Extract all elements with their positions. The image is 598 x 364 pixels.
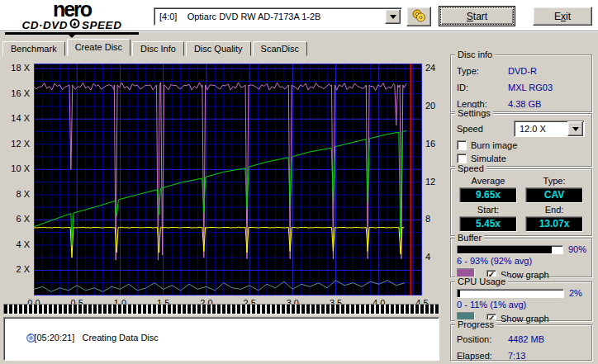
cpu-usage-group: CPU Usage 2% 0 - 11% (1% avg) ✓ Show gra…	[450, 281, 592, 321]
write-progress-bar	[3, 304, 439, 314]
disc-id-row: ID: MXL RG03	[457, 79, 591, 96]
discs-icon	[411, 9, 427, 24]
tab-create-disc[interactable]: Create Disc	[67, 39, 131, 56]
chart-canvas	[34, 64, 422, 295]
speed-select-value: 12.0 X	[515, 124, 567, 134]
speed-select[interactable]: 12.0 X	[514, 121, 585, 137]
y-axis-right-label: 20	[425, 101, 445, 111]
log-time: [05:20:21]	[34, 333, 74, 343]
y-axis-right-label: 4	[425, 252, 445, 262]
cpu-usage-fill	[458, 290, 460, 297]
y-axis-right-label: 12	[425, 177, 445, 187]
cpu-range: 0 - 11% (1% avg)	[451, 298, 591, 310]
logo-notch	[69, 35, 75, 38]
end-speed-label: End:	[525, 205, 583, 215]
position-row: Position: 4482 MB	[457, 331, 591, 347]
y-axis-left-label: 12 X	[0, 139, 30, 149]
average-label: Average	[459, 176, 517, 186]
write-progress-fill	[4, 305, 439, 314]
type-label: Type:	[525, 176, 583, 186]
elapsed-label: Elapsed:	[457, 347, 508, 364]
buffer-range: 6 - 93% (92% avg)	[451, 254, 591, 266]
speed-type-display: CAV	[525, 187, 583, 203]
average-speed-display: 9.65x	[459, 187, 517, 203]
chevron-down-icon	[572, 127, 579, 131]
nero-wordmark: nero	[5, 1, 139, 18]
cd-dvd-speed-wordmark: CD·DVD SPEED	[5, 18, 139, 35]
exit-button[interactable]: Exit	[533, 7, 592, 26]
progress-title: Progress	[455, 319, 496, 329]
log-line: [05:20:21] Creating Data Disc	[7, 319, 435, 357]
buffer-group: Buffer 90% 6 - 93% (92% avg) ✓ Show grap…	[450, 238, 592, 277]
burn-image-label: Burn image	[471, 140, 517, 150]
cpu-percent: 2%	[569, 288, 582, 298]
burn-image-checkbox[interactable]	[457, 140, 467, 150]
flame-icon	[69, 18, 80, 31]
drive-selector-dropdown-button[interactable]	[385, 9, 401, 24]
y-axis-right-label: 24	[425, 63, 445, 73]
exit-button-label: Exit	[554, 11, 571, 22]
cpu-usage-bar	[457, 289, 564, 298]
write-speed-chart: 2 X4 X6 X8 X10 X12 X14 X16 X18 X48121620…	[0, 56, 446, 310]
simulate-row: Simulate	[451, 150, 591, 163]
log-text: Creating Data Disc	[82, 333, 158, 343]
tab-disc-info[interactable]: Disc Info	[132, 41, 184, 56]
create-disc-tool-button[interactable]	[406, 7, 431, 26]
burn-image-row: Burn image	[451, 137, 591, 150]
elapsed-value: 7:13	[508, 347, 525, 364]
y-axis-right-label: 16	[425, 139, 445, 149]
y-axis-left-label: 4 X	[0, 239, 30, 249]
tab-benchmark[interactable]: Benchmark	[2, 41, 65, 56]
disc-length-value: 4.38 GB	[508, 96, 541, 112]
buffer-title: Buffer	[455, 233, 484, 243]
disc-icon	[7, 321, 36, 358]
position-value: 4482 MB	[508, 331, 544, 347]
progress-group: Progress Position: 4482 MB Elapsed: 7:13	[450, 324, 592, 361]
end-speed-display: 13.07x	[525, 216, 583, 232]
status-log[interactable]: [05:20:21] Creating Data Disc [05:27:34]…	[3, 317, 439, 361]
buffer-level-bar	[457, 245, 563, 254]
disc-id-value: MXL RG03	[508, 79, 553, 96]
speed-select-dropdown-button[interactable]	[567, 121, 583, 136]
disc-info-group: Disc info Type: DVD-R ID: MXL RG03 Lengt…	[450, 54, 592, 112]
nero-cd-dvd-speed-window: nero CD·DVD SPEED [4:0] Optiarc DVD RW A…	[0, 0, 598, 364]
nero-logo: nero CD·DVD SPEED	[5, 1, 139, 38]
y-axis-left-label: 6 X	[0, 214, 30, 224]
y-axis-left-label: 18 X	[0, 63, 30, 73]
tab-disc-quality[interactable]: Disc Quality	[186, 41, 251, 56]
disc-type-label: Type:	[457, 63, 508, 79]
toolbar-divider	[0, 31, 598, 32]
tab-scandisc[interactable]: ScanDisc	[253, 41, 307, 56]
settings-title: Settings	[455, 108, 493, 118]
cpu-show-graph-label: Show graph	[501, 314, 549, 324]
disc-id-label: ID:	[457, 79, 508, 96]
y-axis-right-label: 8	[425, 214, 445, 224]
start-button[interactable]: Start	[439, 6, 515, 26]
elapsed-row: Elapsed: 7:13	[457, 347, 591, 364]
log-line: [05:27:34] Speed:5-13 X CAV (9.65 X aver…	[7, 357, 435, 361]
simulate-checkbox[interactable]	[457, 154, 467, 163]
y-axis-left-label: 8 X	[0, 189, 30, 199]
tab-bar: Benchmark Create Disc Disc Info Disc Qua…	[2, 39, 309, 56]
disc-type-value: DVD-R	[508, 63, 537, 79]
drive-selector[interactable]: [4:0] Optiarc DVD RW AD-7173A 1-2B	[154, 7, 402, 26]
chart-plot-area	[34, 64, 422, 295]
toolbar: nero CD·DVD SPEED [4:0] Optiarc DVD RW A…	[0, 0, 598, 31]
position-label: Position:	[457, 331, 508, 347]
settings-group: Settings Speed 12.0 X Burn image Simulat…	[450, 113, 592, 167]
speed-group-title: Speed	[455, 163, 486, 173]
start-speed-display: 5.45x	[459, 216, 517, 232]
y-axis-left-label: 16 X	[0, 88, 30, 98]
start-speed-label: Start:	[459, 205, 517, 215]
disc-type-row: Type: DVD-R	[457, 63, 591, 79]
drive-selector-value: [4:0] Optiarc DVD RW AD-7173A 1-2B	[154, 12, 385, 21]
speed-label: Speed	[457, 124, 514, 134]
y-axis-left-label: 2 X	[0, 264, 30, 274]
cpu-usage-title: CPU Usage	[455, 277, 508, 286]
y-axis-left-label: 14 X	[0, 113, 30, 123]
buffer-level-fill	[458, 246, 552, 253]
chevron-down-icon	[390, 15, 396, 19]
disc-info-title: Disc info	[455, 50, 495, 59]
speed-group: Speed Average Type: 9.65x CAV Start: End…	[450, 168, 592, 236]
y-axis-left-label: 10 X	[0, 163, 30, 173]
